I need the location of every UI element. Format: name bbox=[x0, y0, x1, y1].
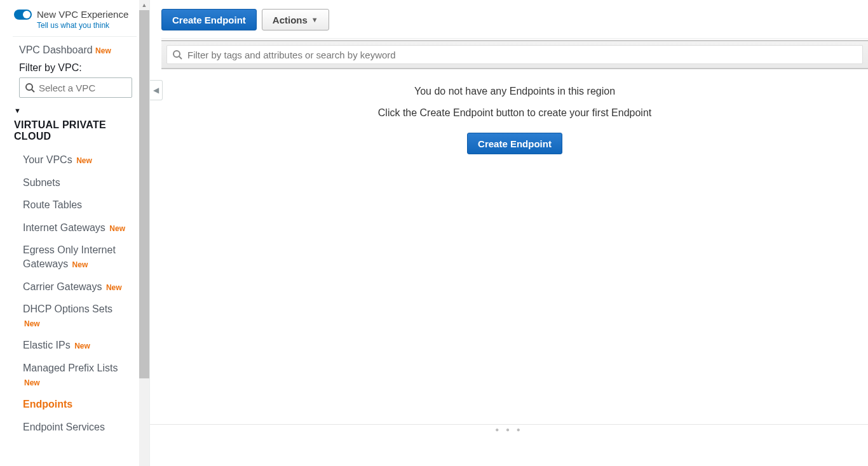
new-badge: New bbox=[76, 156, 92, 165]
nav-item-label: Your VPCs bbox=[23, 154, 72, 165]
nav-item-label: Carrier Gateways bbox=[23, 281, 102, 292]
new-experience-label: New VPC Experience bbox=[37, 9, 128, 20]
svg-point-0 bbox=[26, 84, 32, 90]
svg-line-1 bbox=[32, 90, 34, 92]
sidebar-item-carrier-gateways[interactable]: Carrier Gateways New bbox=[0, 276, 133, 298]
create-endpoint-button[interactable]: Create Endpoint bbox=[161, 9, 257, 30]
nav-item-label: Egress Only Internet Gateways bbox=[23, 244, 116, 269]
empty-state: You do not have any Endpoints in this re… bbox=[161, 69, 868, 154]
sidebar-item-route-tables[interactable]: Route Tables bbox=[0, 194, 133, 216]
nav-item-label: Elastic IPs bbox=[23, 340, 71, 350]
dashboard-label: VPC Dashboard bbox=[19, 44, 93, 55]
chevron-down-icon: ▼ bbox=[311, 16, 318, 23]
new-badge: New bbox=[109, 224, 125, 233]
scrollbar-thumb[interactable] bbox=[139, 10, 149, 378]
filter-input[interactable] bbox=[187, 50, 857, 60]
new-badge: New bbox=[24, 319, 40, 328]
scroll-up-icon[interactable]: ▲ bbox=[139, 0, 149, 10]
feedback-link[interactable]: Tell us what you think bbox=[37, 21, 109, 30]
filter-by-vpc-label: Filter by VPC: bbox=[0, 62, 144, 77]
divider bbox=[13, 36, 137, 37]
sidebar-item-managed-prefix-lists[interactable]: Managed Prefix Lists New bbox=[0, 357, 133, 393]
empty-message-2: Click the Create Endpoint button to crea… bbox=[161, 107, 868, 119]
nav-item-label: Internet Gateways bbox=[23, 222, 105, 233]
search-icon bbox=[25, 83, 35, 93]
create-endpoint-label: Create Endpoint bbox=[172, 15, 246, 25]
main-content: Create Endpoint Actions ▼ You do not hav… bbox=[150, 0, 868, 466]
toolbar: Create Endpoint Actions ▼ bbox=[161, 9, 868, 39]
section-collapse-caret[interactable]: ▼ bbox=[0, 107, 144, 119]
section-header-vpc: VIRTUAL PRIVATE CLOUD bbox=[0, 119, 144, 149]
create-endpoint-label: Create Endpoint bbox=[478, 138, 552, 149]
empty-message-1: You do not have any Endpoints in this re… bbox=[161, 86, 868, 97]
sidebar-item-endpoints[interactable]: Endpoints bbox=[0, 393, 133, 416]
sidebar-item-dashboard[interactable]: VPC Dashboard New bbox=[0, 44, 144, 62]
search-icon bbox=[172, 50, 182, 60]
new-badge: New bbox=[74, 342, 90, 350]
svg-line-3 bbox=[179, 57, 182, 59]
sidebar-item-internet-gateways[interactable]: Internet Gateways New bbox=[0, 216, 133, 239]
actions-dropdown[interactable]: Actions ▼ bbox=[262, 9, 329, 30]
sidebar-item-egress-only-internet-gateways[interactable]: Egress Only Internet Gateways New bbox=[0, 239, 133, 275]
sidebar-item-subnets[interactable]: Subnets bbox=[0, 171, 133, 194]
nav-item-label: Subnets bbox=[23, 177, 60, 188]
new-experience-toggle[interactable] bbox=[14, 10, 32, 20]
filter-bar[interactable] bbox=[166, 45, 863, 64]
sidebar-item-elastic-ips[interactable]: Elastic IPs New bbox=[0, 334, 133, 357]
vpc-select-input[interactable] bbox=[39, 83, 126, 93]
sidebar-item-endpoint-services[interactable]: Endpoint Services bbox=[0, 416, 133, 439]
create-endpoint-button-empty[interactable]: Create Endpoint bbox=[467, 133, 562, 154]
sidebar-item-dhcp-options-sets[interactable]: DHCP Options Sets New bbox=[0, 298, 133, 334]
nav-item-label: Endpoint Services bbox=[23, 422, 105, 432]
actions-label: Actions bbox=[273, 15, 308, 25]
nav-item-label: DHCP Options Sets bbox=[23, 303, 112, 314]
new-badge: New bbox=[106, 283, 122, 292]
pane-resize-handle[interactable]: ● ● ● bbox=[150, 424, 868, 433]
nav-item-label: Endpoints bbox=[23, 399, 72, 409]
sidebar-collapse-handle[interactable]: ◀ bbox=[150, 80, 163, 100]
nav-item-label: Route Tables bbox=[23, 199, 82, 210]
new-badge: New bbox=[24, 378, 40, 387]
filter-bar-container bbox=[161, 40, 868, 69]
new-badge: New bbox=[95, 46, 111, 55]
sidebar-item-your-vpcs[interactable]: Your VPCs New bbox=[0, 149, 133, 171]
svg-point-2 bbox=[173, 51, 180, 57]
nav-item-label: Managed Prefix Lists bbox=[23, 363, 118, 373]
vpc-select[interactable] bbox=[19, 77, 132, 98]
sidebar: New VPC Experience Tell us what you thin… bbox=[0, 0, 150, 466]
sidebar-scrollbar[interactable]: ▲ bbox=[139, 0, 149, 466]
new-badge: New bbox=[72, 260, 88, 269]
